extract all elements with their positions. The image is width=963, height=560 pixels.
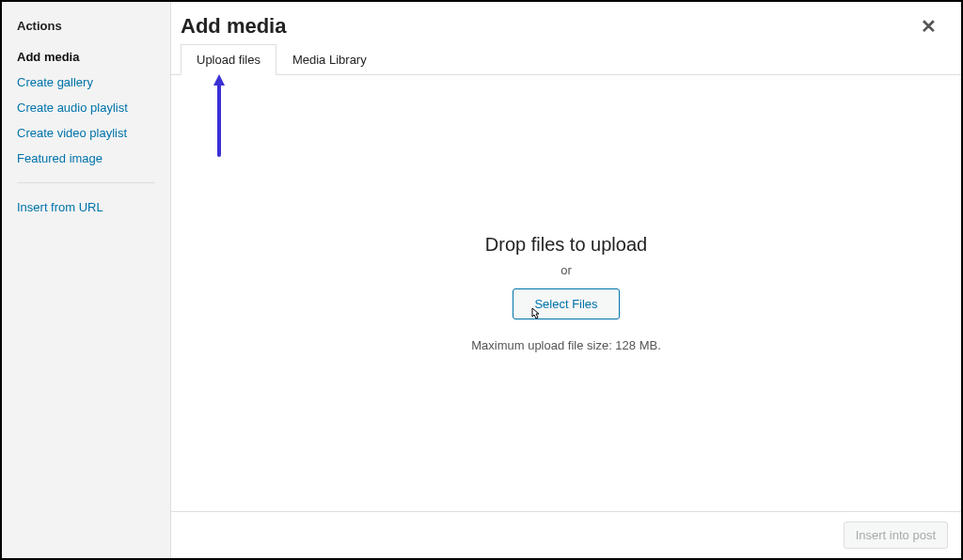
upload-area[interactable]: Drop files to upload or Select Files Max… [171,75,961,511]
drop-or-label: or [560,263,572,277]
insert-into-post-button[interactable]: Insert into post [844,521,948,549]
sidebar-item-featured-image[interactable]: Featured image [17,146,155,171]
sidebar-divider [17,182,155,183]
sidebar-item-create-gallery[interactable]: Create gallery [17,70,155,95]
sidebar-item-insert-from-url[interactable]: Insert from URL [17,194,155,220]
select-files-button[interactable]: Select Files [513,288,619,319]
close-icon[interactable]: ✕ [915,13,942,39]
sidebar-item-create-audio-playlist[interactable]: Create audio playlist [17,95,155,120]
actions-sidebar: Actions Add media Create gallery Create … [2,2,171,558]
sidebar-title: Actions [17,19,155,33]
tabs: Upload files Media Library [171,43,961,75]
tab-media-library[interactable]: Media Library [276,44,383,75]
sidebar-item-add-media[interactable]: Add media [17,44,155,70]
max-upload-size: Maximum upload file size: 128 MB. [471,338,661,352]
sidebar-item-create-video-playlist[interactable]: Create video playlist [17,120,155,146]
main-panel: Add media ✕ Upload files Media Library D… [171,2,961,558]
footer: Insert into post [171,511,961,558]
page-title: Add media [181,14,286,39]
tab-upload-files[interactable]: Upload files [181,44,276,75]
header: Add media ✕ [171,2,961,43]
drop-title: Drop files to upload [485,234,647,256]
